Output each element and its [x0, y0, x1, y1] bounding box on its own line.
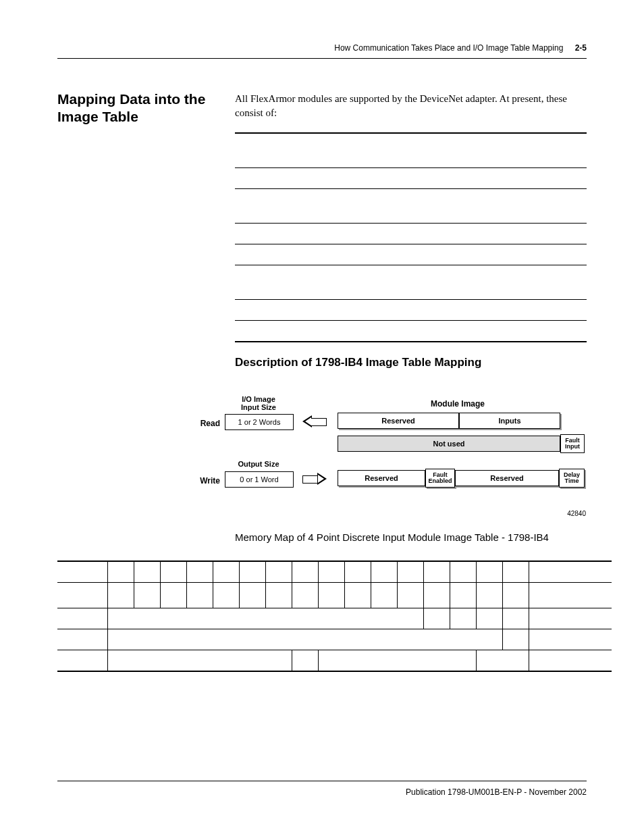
read-label: Read: [188, 419, 220, 428]
memory-map-table: [57, 561, 612, 672]
page-number: 2-5: [575, 43, 587, 53]
footer-text: Publication 1798-UM001B-EN-P - November …: [406, 787, 587, 797]
read-size-box: 1 or 2 Words: [225, 414, 294, 430]
memory-map-title: Memory Map of 4 Point Discrete Input Mod…: [235, 531, 549, 543]
modules-table: [235, 132, 587, 342]
arrow-right-icon: [302, 473, 327, 485]
figure-number: 42840: [567, 510, 586, 517]
module-image-label: Module Image: [417, 399, 498, 409]
reserved-header-3: Reserved: [455, 470, 559, 486]
section-title: Mapping Data into the Image Table: [57, 90, 219, 126]
delay-time-box: Delay Time: [559, 469, 585, 488]
not-used-box: Not used: [338, 436, 560, 452]
inputs-header: Inputs: [459, 413, 560, 429]
arrow-left-icon: [302, 415, 327, 427]
header-rule: [57, 58, 587, 59]
running-header: How Communication Takes Place and I/O Im…: [334, 43, 587, 53]
reserved-header-1: Reserved: [338, 413, 459, 429]
footer-rule: [57, 781, 587, 781]
fault-enabled-box: Fault Enabled: [425, 469, 455, 488]
intro-paragraph: All FlexArmor modules are supported by t…: [235, 92, 587, 120]
output-size-label: Output Size: [225, 460, 292, 468]
write-label: Write: [188, 476, 220, 486]
reserved-header-2: Reserved: [338, 470, 425, 486]
fault-input-box: Fault Input: [560, 434, 585, 453]
io-image-input-size-label: I/O Image Input Size: [225, 395, 292, 411]
header-title: How Communication Takes Place and I/O Im…: [334, 43, 563, 53]
write-size-box: 0 or 1 Word: [225, 471, 294, 488]
subheading: Description of 1798-IB4 Image Table Mapp…: [235, 356, 481, 369]
